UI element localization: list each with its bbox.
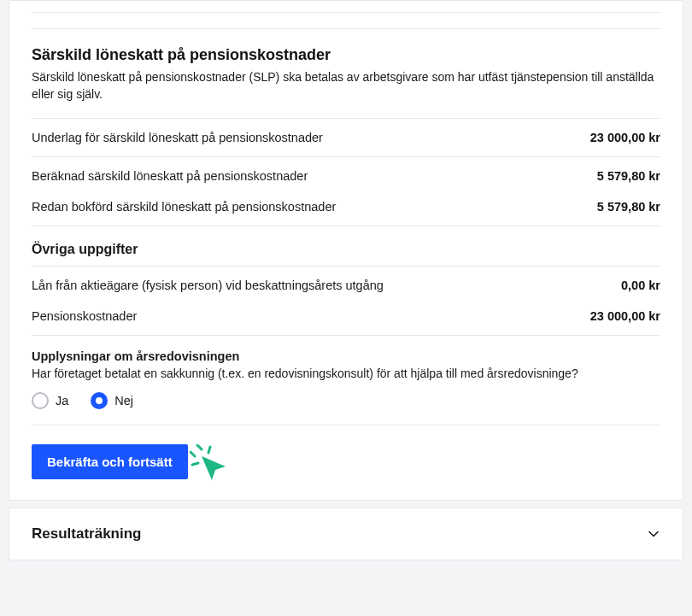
row-label: Lån från aktieägare (fysisk person) vid … — [32, 279, 384, 292]
question-block: Upplysningar om årsredovisningen Har för… — [32, 336, 660, 425]
row-pensionskostnader: Pensionskostnader 23 000,00 kr — [32, 304, 660, 335]
radio-group: Ja Nej — [32, 392, 660, 409]
row-value: 5 579,80 kr — [597, 169, 660, 183]
row-label: Underlag för särskild löneskatt på pensi… — [32, 131, 323, 144]
main-card: Särskild löneskatt på pensionskostnader … — [9, 0, 683, 501]
row-value: 5 579,80 kr — [597, 200, 660, 214]
collapsed-prev-section — [32, 1, 660, 13]
group-sep — [32, 226, 660, 226]
row-label: Redan bokförd särskild löneskatt på pens… — [32, 200, 336, 214]
radio-circle-icon — [32, 392, 49, 409]
confirm-button-label: Bekräfta och fortsätt — [47, 455, 173, 469]
radio-label: Nej — [114, 394, 133, 408]
svg-line-3 — [208, 447, 210, 453]
svg-line-0 — [191, 452, 195, 456]
question-title: Upplysningar om årsredovisningen — [32, 349, 660, 363]
row-label: Pensionskostnader — [32, 309, 137, 323]
row-slp-bokford: Redan bokförd särskild löneskatt på pens… — [32, 195, 660, 226]
row-slp-underlag: Underlag för särskild löneskatt på pensi… — [32, 119, 660, 156]
radio-label: Ja — [56, 394, 68, 408]
row-slp-beraknad: Beräknad särskild löneskatt på pensionsk… — [32, 157, 660, 195]
chevron-down-icon — [647, 527, 660, 541]
accordion-title: Resultaträkning — [32, 525, 141, 543]
accordion-resultatrakning[interactable]: Resultaträkning — [9, 507, 683, 560]
svg-line-1 — [197, 445, 202, 449]
cursor-pointer-icon — [190, 444, 229, 484]
radio-nej[interactable]: Nej — [91, 392, 133, 409]
section-desc-slp: Särskild löneskatt på pensionskostnader … — [32, 69, 660, 103]
section-title-ovriga: Övriga uppgifter — [32, 242, 660, 257]
row-value: 23 000,00 kr — [590, 309, 660, 323]
confirm-button[interactable]: Bekräfta och fortsätt — [32, 444, 188, 479]
question-text: Har företaget betalat en sakkunnig (t.ex… — [32, 367, 660, 380]
svg-line-2 — [192, 463, 198, 465]
row-value: 23 000,00 kr — [590, 131, 660, 144]
row-label: Beräknad särskild löneskatt på pensionsk… — [32, 169, 308, 183]
radio-ja[interactable]: Ja — [32, 392, 68, 409]
divider — [32, 28, 660, 29]
section-title-slp: Särskild löneskatt på pensionskostnader — [32, 46, 660, 64]
row-value: 0,00 kr — [621, 279, 660, 292]
radio-circle-icon — [91, 392, 108, 409]
row-lan-aktieagare: Lån från aktieägare (fysisk person) vid … — [32, 267, 660, 304]
